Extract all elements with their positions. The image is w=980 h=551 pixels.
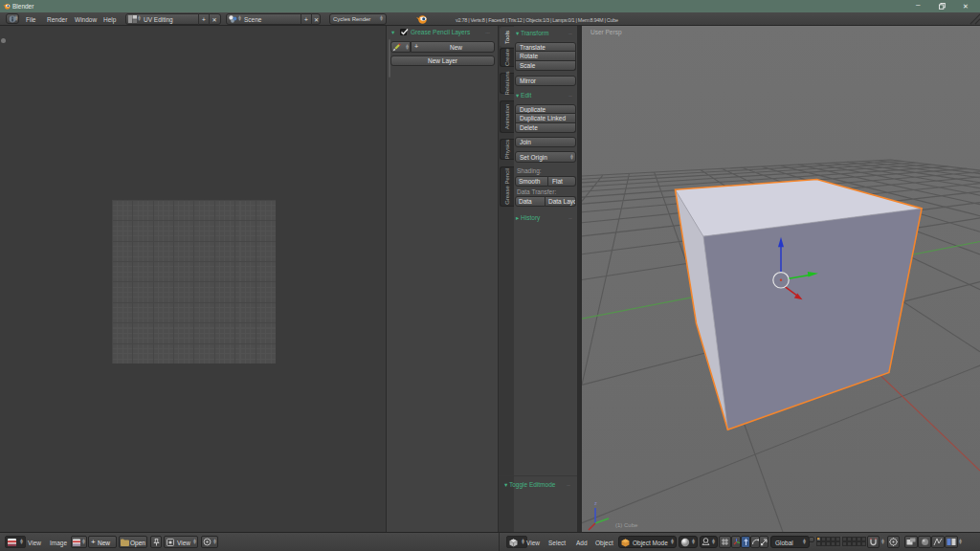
svg-text:User Persp: User Persp bbox=[590, 29, 622, 36]
svg-text:z: z bbox=[594, 500, 597, 506]
svg-text:(1) Cube: (1) Cube bbox=[615, 522, 638, 528]
